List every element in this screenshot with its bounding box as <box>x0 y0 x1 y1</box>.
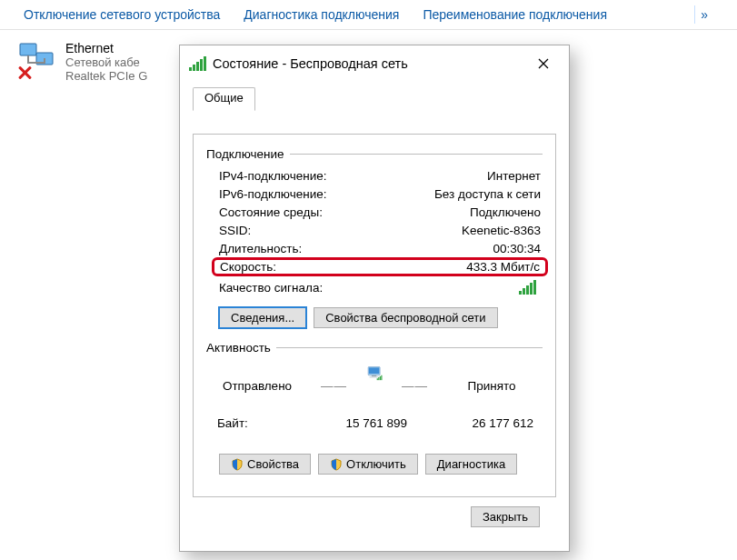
bytes-recv-value: 26 177 612 <box>415 416 533 430</box>
chevron-right-icon: » <box>694 5 713 24</box>
tab-strip: Общие <box>193 87 556 111</box>
svg-rect-9 <box>381 375 382 380</box>
media-state-value: Подключено <box>470 205 541 219</box>
details-button[interactable]: Сведения... <box>219 307 306 328</box>
tab-general-pane: Подключение IPv4-подключение: Интернет I… <box>193 134 556 497</box>
activity-sent-label: Отправлено <box>212 379 303 393</box>
adapter-status: Сетевой кабе <box>65 55 147 69</box>
dialog-titlebar: Состояние - Беспроводная сеть <box>180 45 569 82</box>
toolbar-diagnose[interactable]: Диагностика подключения <box>244 7 399 22</box>
svg-rect-8 <box>380 376 381 380</box>
svg-rect-3 <box>369 367 380 374</box>
ipv6-value: Без доступа к сети <box>434 187 541 201</box>
tab-general[interactable]: Общие <box>193 87 255 111</box>
ipv4-label: IPv4-подключение: <box>219 169 326 183</box>
bytes-label: Байт: <box>217 416 281 430</box>
disable-button[interactable]: Отключить <box>318 454 418 475</box>
shield-icon <box>231 458 244 471</box>
wifi-status-dialog: Состояние - Беспроводная сеть Общие Подк… <box>179 45 570 552</box>
svg-rect-6 <box>377 378 378 380</box>
activity-recv-label: Принято <box>446 379 537 393</box>
adapter-title: Ethernet <box>65 41 147 55</box>
monitor-icon <box>365 365 383 405</box>
ipv6-label: IPv6-подключение: <box>219 187 326 201</box>
close-dialog-button[interactable]: Закрыть <box>471 506 540 527</box>
shield-icon <box>330 458 343 471</box>
network-toolbar: Отключение сетевого устройства Диагности… <box>0 0 737 30</box>
group-activity-header: Активность <box>206 341 543 355</box>
diagnose-button[interactable]: Диагностика <box>425 454 517 475</box>
svg-rect-7 <box>378 377 379 380</box>
toolbar-rename[interactable]: Переименование подключения <box>423 7 607 22</box>
svg-rect-4 <box>372 375 376 377</box>
adapter-device: Realtek PCIe G <box>65 69 147 83</box>
connection-rows: IPv4-подключение: Интернет IPv6-подключе… <box>206 166 543 276</box>
svg-rect-0 <box>20 44 36 55</box>
close-button[interactable] <box>525 51 562 76</box>
svg-rect-5 <box>370 376 379 377</box>
speed-value: 433.3 Мбит/с <box>466 260 540 274</box>
toolbar-overflow[interactable]: » <box>694 5 713 24</box>
close-icon <box>538 58 549 69</box>
signal-quality-icon <box>519 280 536 295</box>
toolbar-disable-device[interactable]: Отключение сетевого устройства <box>24 7 220 22</box>
dialog-title: Состояние - Беспроводная сеть <box>213 56 408 71</box>
wireless-properties-button[interactable]: Свойства беспроводной сети <box>314 307 497 328</box>
activity-block: Отправлено —— <box>206 360 543 430</box>
speed-row-highlight: Скорость: 433.3 Мбит/с <box>212 257 548 276</box>
adapter-ethernet-text: Ethernet Сетевой кабе Realtek PCIe G <box>65 41 147 83</box>
activity-dash-right: —— <box>402 379 428 393</box>
wifi-signal-icon <box>189 56 206 71</box>
group-connection-header: Подключение <box>206 147 543 161</box>
speed-label: Скорость: <box>220 260 276 274</box>
properties-button[interactable]: Свойства <box>219 454 311 475</box>
ssid-label: SSID: <box>219 224 251 237</box>
bytes-sent-value: 15 761 899 <box>289 416 407 430</box>
ethernet-icon <box>18 41 58 77</box>
duration-value: 00:30:34 <box>493 242 541 255</box>
error-x-icon <box>16 65 33 81</box>
media-state-label: Состояние среды: <box>219 205 323 219</box>
activity-dash-left: —— <box>321 379 347 393</box>
ipv4-value: Интернет <box>487 169 541 183</box>
ssid-value: Keenetic-8363 <box>462 224 541 237</box>
duration-label: Длительность: <box>219 242 302 255</box>
signal-quality-label: Качество сигнала: <box>219 281 323 295</box>
